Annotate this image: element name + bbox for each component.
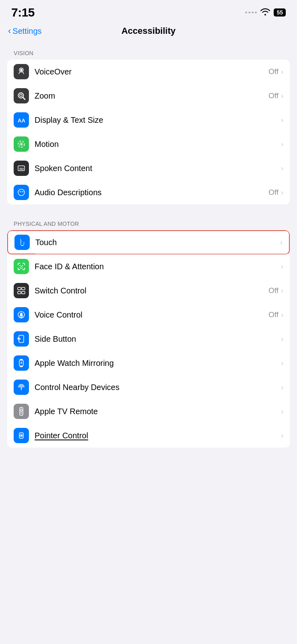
apple-watch-label: Apple Watch Mirroring — [35, 359, 114, 368]
display-text-row[interactable]: AA Display & Text Size › — [7, 108, 290, 132]
wifi-icon — [260, 8, 270, 18]
vision-group: VoiceOver Off › Zoom Off › A — [7, 60, 290, 204]
status-bar: 7:15 55 — [0, 0, 297, 23]
voiceover-content: VoiceOver Off › — [35, 62, 283, 82]
zoom-row[interactable]: Zoom Off › — [7, 84, 290, 108]
svg-text:": " — [22, 191, 24, 195]
voiceover-chevron-icon: › — [281, 68, 283, 76]
apple-watch-right: › — [280, 359, 283, 367]
voice-control-content: Voice Control Off › — [35, 305, 283, 325]
spoken-content-label: Spoken Content — [35, 164, 92, 173]
motion-content: Motion › — [35, 134, 283, 155]
signal-icon — [245, 12, 257, 13]
audio-desc-right: Off › — [268, 188, 283, 197]
pointer-control-content: Pointer Control › — [35, 425, 283, 446]
battery-icon: 55 — [274, 8, 286, 17]
audio-desc-chevron-icon: › — [281, 188, 283, 197]
nearby-devices-row[interactable]: Control Nearby Devices › — [7, 375, 290, 399]
apple-tv-icon — [14, 404, 29, 419]
side-button-icon — [14, 331, 29, 347]
face-id-label: Face ID & Attention — [35, 262, 104, 271]
svg-rect-16 — [18, 287, 21, 290]
switch-control-icon — [14, 283, 29, 298]
svg-rect-17 — [18, 291, 21, 294]
svg-rect-18 — [22, 287, 25, 290]
face-id-icon — [14, 259, 29, 274]
spoken-content-row[interactable]: SD Spoken Content › — [7, 156, 290, 180]
switch-control-chevron-icon: › — [281, 287, 283, 295]
motion-chevron-icon: › — [281, 140, 283, 149]
apple-tv-row[interactable]: Apple TV Remote › — [7, 399, 290, 423]
face-id-chevron-icon: › — [281, 262, 283, 271]
audio-desc-row[interactable]: " " Audio Descriptions Off › — [7, 180, 290, 204]
zoom-label: Zoom — [35, 91, 55, 101]
switch-control-row[interactable]: Switch Control Off › — [7, 279, 290, 303]
status-icons: 55 — [245, 8, 286, 18]
spoken-content-right: › — [280, 164, 283, 173]
back-chevron-icon: ‹ — [8, 26, 11, 36]
svg-point-36 — [20, 435, 22, 436]
svg-point-34 — [21, 408, 22, 409]
motion-icon — [14, 136, 29, 152]
side-button-right: › — [280, 335, 283, 343]
back-button[interactable]: ‹ Settings — [8, 26, 42, 36]
touch-right: › — [279, 238, 283, 247]
face-id-row[interactable]: Face ID & Attention › — [7, 254, 290, 279]
apple-tv-chevron-icon: › — [281, 407, 283, 416]
spoken-chevron-icon: › — [281, 164, 283, 173]
touch-icon — [14, 235, 30, 250]
spoken-content-icon: SD — [14, 161, 29, 176]
apple-watch-icon — [14, 355, 29, 371]
touch-row[interactable]: Touch › — [7, 230, 290, 254]
display-text-icon: AA — [14, 112, 29, 128]
zoom-right: Off › — [268, 91, 283, 100]
switch-control-label: Switch Control — [35, 286, 86, 295]
pointer-control-row[interactable]: Pointer Control › — [7, 423, 290, 448]
display-text-content: Display & Text Size › — [35, 110, 283, 130]
motion-right: › — [280, 140, 283, 149]
audio-desc-label: Audio Descriptions — [35, 188, 102, 197]
voice-control-icon — [14, 307, 29, 322]
audio-desc-icon: " " — [14, 185, 29, 200]
voiceover-right: Off › — [268, 67, 283, 76]
touch-content: Touch › — [35, 232, 283, 253]
voice-control-label: Voice Control — [35, 310, 82, 320]
side-button-label: Side Button — [35, 334, 76, 344]
apple-tv-label: Apple TV Remote — [35, 407, 98, 416]
nearby-devices-icon — [14, 380, 29, 395]
apple-watch-row[interactable]: Apple Watch Mirroring › — [7, 351, 290, 375]
svg-point-3 — [20, 94, 22, 97]
side-button-row[interactable]: Side Button › — [7, 327, 290, 351]
motion-label: Motion — [35, 140, 59, 149]
svg-point-8 — [20, 143, 22, 145]
zoom-chevron-icon: › — [281, 92, 283, 100]
nearby-devices-chevron-icon: › — [281, 383, 283, 392]
svg-line-4 — [23, 97, 25, 99]
nearby-devices-label: Control Nearby Devices — [35, 383, 119, 392]
nearby-devices-content: Control Nearby Devices › — [35, 377, 283, 398]
apple-tv-content: Apple TV Remote › — [35, 401, 283, 422]
status-time: 7:15 — [11, 6, 35, 19]
spoken-content-content: Spoken Content › — [35, 158, 283, 179]
voiceover-label: VoiceOver — [35, 67, 72, 76]
motion-row[interactable]: Motion › — [7, 132, 290, 156]
switch-control-content: Switch Control Off › — [35, 281, 283, 301]
zoom-icon — [14, 88, 29, 103]
apple-watch-content: Apple Watch Mirroring › — [35, 353, 283, 374]
vision-section-label: VISION — [0, 43, 297, 60]
svg-point-31 — [20, 410, 23, 412]
svg-rect-19 — [22, 291, 25, 294]
nearby-devices-right: › — [280, 383, 283, 392]
svg-point-0 — [20, 69, 23, 71]
page-title: Accessibility — [121, 26, 176, 36]
back-label[interactable]: Settings — [12, 27, 41, 36]
physical-motor-section-label: PHYSICAL AND MOTOR — [0, 213, 297, 230]
voice-control-row[interactable]: Voice Control Off › — [7, 303, 290, 327]
svg-point-14 — [20, 265, 20, 266]
apple-watch-chevron-icon: › — [281, 359, 283, 367]
side-button-chevron-icon: › — [281, 335, 283, 343]
voiceover-row[interactable]: VoiceOver Off › — [7, 60, 290, 84]
side-button-content: Side Button › — [35, 329, 283, 349]
voice-control-chevron-icon: › — [281, 311, 283, 319]
svg-text:AA: AA — [18, 118, 25, 124]
